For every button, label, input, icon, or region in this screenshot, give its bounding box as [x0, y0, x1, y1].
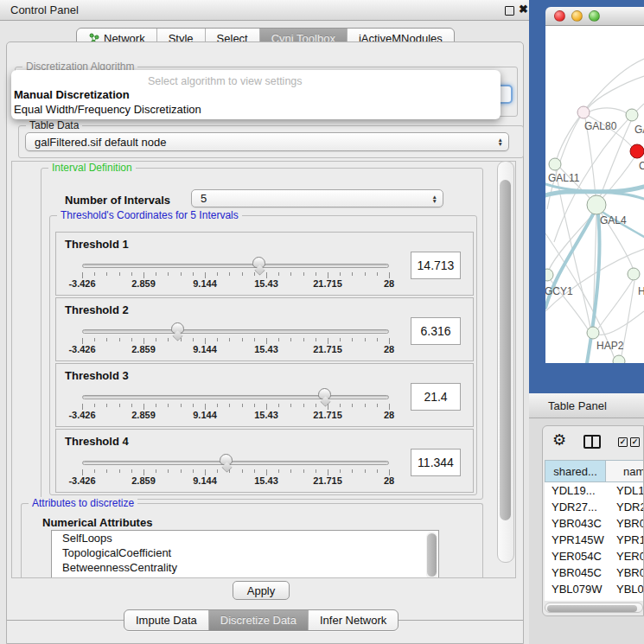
slider-tick: [229, 338, 230, 341]
network-node[interactable]: [613, 355, 625, 363]
threshold-value-field[interactable]: 21.4: [411, 383, 461, 411]
cell-shared-name: YBR043C: [545, 515, 613, 532]
slider-thumb[interactable]: [171, 322, 184, 334]
settings-scrollbar-thumb[interactable]: [500, 180, 511, 520]
gear-icon[interactable]: ⚙: [552, 432, 566, 448]
table-panel-titlebar: Table Panel: [529, 393, 644, 418]
close-icon[interactable]: ✖: [519, 3, 528, 16]
table-row[interactable]: YPR145WYPR145W: [545, 532, 644, 548]
number-of-intervals-label: Number of Intervals: [65, 194, 170, 207]
number-of-intervals-combobox[interactable]: 5 ▲▼: [191, 189, 443, 207]
network-node-gcy1[interactable]: [545, 269, 553, 281]
slider-tick: [278, 469, 279, 473]
slider-tick: [303, 469, 304, 473]
table-data-combobox[interactable]: galFiltered.sif default node ▲▼: [25, 132, 509, 151]
attributes-list-scrollbar[interactable]: [426, 532, 437, 578]
slider-track[interactable]: [82, 461, 389, 465]
cell-name: YBR045C: [613, 564, 644, 581]
table-row[interactable]: YDL19...YDL19...: [545, 482, 644, 499]
slider-tick: [242, 272, 243, 276]
node-table[interactable]: shared... name YDL19...YDL19...YDR27...Y…: [545, 460, 644, 601]
table-row[interactable]: YER054CYER054C: [545, 548, 644, 564]
attribute-list-item[interactable]: BetweennessCentrality: [52, 560, 438, 575]
threshold-value-field[interactable]: 11.344: [411, 449, 461, 476]
algorithm-popup-item[interactable]: Equal Width/Frequency Discretization: [14, 103, 201, 116]
network-node-label: C: [639, 160, 644, 172]
slider-tick-label: 21.715: [313, 410, 342, 420]
threshold-value-field[interactable]: 6.316: [411, 317, 461, 345]
column-header-name[interactable]: name: [606, 460, 644, 482]
network-node-h[interactable]: [628, 268, 640, 280]
attribute-list-item[interactable]: TopologicalCoefficient: [52, 545, 438, 560]
algorithm-popup-item[interactable]: Manual Discretization: [14, 88, 130, 101]
table-row[interactable]: YBL079WYBL079W: [545, 581, 644, 597]
network-node-gal4[interactable]: [587, 195, 606, 214]
column-header-shared-name[interactable]: shared...: [545, 460, 606, 482]
network-node-hap2[interactable]: [587, 327, 599, 339]
slider-tick: [229, 404, 230, 407]
slider-tick: [119, 404, 120, 407]
table-row[interactable]: YBR043CYBR043C: [545, 515, 644, 532]
interval-definition-group-title: Interval Definition: [48, 162, 136, 174]
slider-tick: [193, 469, 194, 473]
table-horizontal-scrollbar-thumb[interactable]: [547, 605, 637, 612]
slider-tick: [205, 338, 206, 344]
slider-tick: [131, 404, 132, 407]
number-of-intervals-value: 5: [201, 192, 207, 205]
network-edge[interactable]: [588, 76, 644, 108]
cell-shared-name: YPR145W: [545, 532, 613, 548]
table-row[interactable]: YDR27...YDR27...: [545, 499, 644, 515]
threshold-value-field[interactable]: 14.713: [411, 252, 461, 279]
network-edge[interactable]: [598, 311, 644, 335]
network-node-ga[interactable]: [626, 109, 638, 121]
table-data-combobox-value: galFiltered.sif default node: [35, 136, 166, 149]
slider-track[interactable]: [82, 329, 389, 334]
slider-tick-label: 9.144: [193, 410, 217, 420]
zoom-traffic-light-icon[interactable]: [589, 10, 600, 22]
slider-tick: [156, 338, 156, 341]
network-node-gal11[interactable]: [549, 158, 561, 170]
network-node-gal80[interactable]: [577, 106, 590, 118]
algorithm-popup-hint: Select algorithm to view settings: [148, 75, 303, 87]
network-canvas[interactable]: GAL80GACGAL11GAL4GCY1HHAP2: [545, 26, 644, 363]
network-window-titlebar[interactable]: [545, 7, 644, 26]
table-row[interactable]: YBR045CYBR045C: [545, 564, 644, 581]
checkbox-icon[interactable]: ✓: [630, 437, 640, 447]
table-row[interactable]: YLR345WYLR345W: [545, 597, 644, 601]
slider-tick: [352, 404, 353, 407]
numerical-attributes-list[interactable]: SelfLoopsTopologicalCoefficientBetweenne…: [51, 530, 439, 578]
slider-thumb[interactable]: [220, 454, 233, 465]
network-edge[interactable]: [590, 108, 627, 113]
slider-tick: [217, 272, 218, 276]
apply-button[interactable]: Apply: [233, 581, 290, 600]
control-panel: Control Panel ✖ NetworkStyleSelectCyni T…: [0, 0, 529, 644]
cell-shared-name: YDR27...: [545, 499, 613, 515]
attribute-list-item[interactable]: SelfLoops: [52, 531, 438, 545]
slider-tick: [340, 338, 341, 341]
minimize-traffic-light-icon[interactable]: [571, 10, 583, 22]
table-horizontal-scrollbar[interactable]: [545, 603, 643, 613]
attributes-list-scrollbar-thumb[interactable]: [427, 533, 437, 577]
close-traffic-light-icon[interactable]: [554, 10, 565, 22]
slider-tick: [82, 272, 83, 278]
tab-discretize-data[interactable]: Discretize Data: [208, 610, 308, 630]
slider-thumb[interactable]: [318, 388, 331, 399]
checkbox-icon[interactable]: ✓: [618, 437, 628, 447]
slider-tick-label: 21.715: [313, 344, 342, 354]
settings-scrollbar[interactable]: [497, 161, 514, 563]
network-node-c[interactable]: [630, 144, 644, 158]
slider-track[interactable]: [82, 264, 389, 268]
slider-track[interactable]: [82, 395, 389, 399]
tab-infer-network[interactable]: Infer Network: [308, 610, 398, 630]
slider-tick: [340, 404, 341, 407]
slider-tick: [377, 338, 378, 341]
slider-tick: [389, 272, 390, 278]
threshold-label: Threshold 2: [65, 303, 129, 316]
split-columns-icon[interactable]: [583, 435, 601, 449]
tab-impute-data[interactable]: Impute Data: [124, 610, 208, 630]
float-window-icon[interactable]: [505, 6, 514, 16]
cell-name: YLR345W: [613, 597, 644, 601]
slider-tick: [106, 338, 107, 341]
slider-thumb[interactable]: [252, 257, 265, 268]
slider-tick: [82, 404, 83, 410]
